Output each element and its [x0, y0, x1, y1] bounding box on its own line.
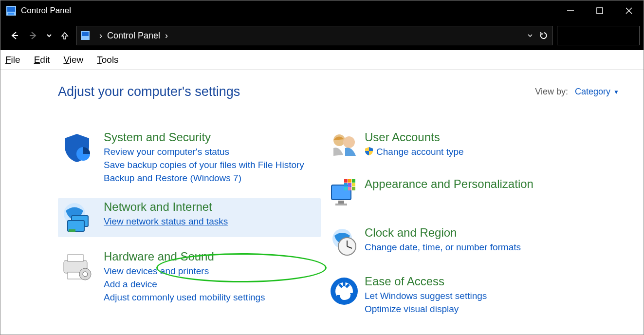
control-panel-icon [6, 6, 16, 16]
window-title: Control Panel [21, 6, 556, 16]
category-link[interactable]: Adjust commonly used mobility settings [104, 292, 318, 303]
svg-rect-1 [7, 7, 15, 12]
category-title[interactable]: Clock and Region [365, 226, 586, 240]
category-link[interactable]: Optimize visual display [365, 304, 586, 315]
svg-point-24 [343, 136, 355, 148]
category-link[interactable]: Change date, time, or number formats [365, 242, 586, 253]
svg-point-22 [83, 272, 88, 277]
close-button[interactable] [614, 0, 644, 21]
network-icon [61, 200, 104, 233]
svg-rect-34 [344, 187, 348, 190]
category-title[interactable]: Network and Internet [104, 200, 318, 214]
category-column-right: User Accounts Change account type [326, 129, 589, 329]
svg-rect-32 [348, 183, 351, 186]
accessibility-icon [329, 275, 365, 315]
svg-rect-35 [348, 187, 351, 190]
category-clock-region: Clock and Region Change date, time, or n… [326, 224, 589, 262]
category-title[interactable]: Appearance and Personalization [365, 177, 586, 191]
category-title[interactable]: Hardware and Sound [104, 250, 318, 263]
svg-rect-30 [352, 179, 355, 183]
category-link[interactable]: Review your computer's status [104, 147, 318, 157]
menu-tools[interactable]: Tools [97, 55, 118, 65]
back-button[interactable] [4, 26, 24, 45]
svg-rect-29 [348, 179, 351, 183]
maximize-button[interactable] [585, 0, 614, 21]
uac-shield-icon [365, 147, 373, 158]
forward-button[interactable] [24, 26, 43, 45]
svg-rect-19 [68, 255, 83, 261]
category-title[interactable]: System and Security [104, 130, 318, 144]
address-history-chevron-icon[interactable] [527, 31, 533, 41]
up-button[interactable] [55, 26, 74, 45]
title-bar: Control Panel [0, 0, 644, 21]
category-link[interactable]: Add a device [104, 279, 318, 290]
users-icon [329, 130, 365, 161]
category-title[interactable]: Ease of Access [365, 275, 586, 288]
printer-icon [61, 250, 104, 303]
search-box[interactable] [557, 26, 640, 45]
recent-locations-button[interactable] [43, 26, 55, 45]
category-link[interactable]: Change account type [365, 147, 586, 158]
category-ease-of-access: Ease of Access Let Windows suggest setti… [326, 273, 589, 318]
address-control-panel-icon [80, 30, 91, 41]
svg-rect-36 [352, 187, 355, 190]
category-hardware-sound: Hardware and Sound View devices and prin… [58, 248, 321, 307]
svg-rect-4 [597, 8, 603, 14]
svg-rect-26 [338, 201, 344, 204]
category-user-accounts: User Accounts Change account type [326, 129, 589, 165]
svg-rect-10 [82, 32, 89, 36]
svg-rect-31 [344, 183, 348, 186]
view-by-label: View by: [535, 87, 568, 97]
menu-file[interactable]: File [5, 55, 20, 65]
address-bar[interactable]: › Control Panel › [76, 26, 553, 45]
clock-icon [329, 226, 365, 258]
menu-edit[interactable]: Edit [34, 55, 50, 65]
content-area: Adjust your computer's settings View by:… [0, 70, 644, 329]
svg-rect-28 [344, 179, 348, 183]
minimize-button[interactable] [556, 0, 585, 21]
menu-view[interactable]: View [63, 55, 83, 65]
navigation-bar: › Control Panel › [0, 21, 644, 50]
page-heading: Adjust your computer's settings [58, 84, 240, 99]
category-system-security: System and Security Review your computer… [58, 129, 321, 187]
category-link[interactable]: Let Windows suggest settings [365, 291, 586, 301]
refresh-button[interactable] [535, 31, 552, 40]
breadcrumb-chevron-icon[interactable]: › [99, 31, 102, 41]
category-network-internet: Network and Internet View network status… [58, 198, 321, 237]
breadcrumb-chevron-icon[interactable]: › [165, 31, 168, 41]
shield-icon [61, 130, 104, 184]
search-input[interactable] [561, 31, 644, 40]
svg-rect-33 [352, 183, 355, 186]
category-column-left: System and Security Review your computer… [58, 129, 321, 329]
category-title[interactable]: User Accounts [365, 130, 586, 144]
category-link-view-network-status[interactable]: View network status and tasks [104, 216, 318, 227]
view-by-dropdown[interactable]: Category ▼ [575, 87, 619, 97]
category-link[interactable]: Save backup copies of your files with Fi… [104, 160, 318, 170]
breadcrumb-location[interactable]: Control Panel [107, 31, 160, 41]
svg-point-23 [333, 134, 345, 146]
svg-rect-17 [69, 229, 75, 232]
category-link[interactable]: Backup and Restore (Windows 7) [104, 173, 318, 184]
menu-bar: File Edit View Tools [0, 50, 644, 70]
caret-down-icon: ▼ [613, 89, 619, 95]
category-link[interactable]: View devices and printers [104, 266, 318, 277]
view-by: View by: Category ▼ [535, 87, 619, 97]
svg-rect-2 [8, 13, 14, 15]
appearance-icon [329, 177, 365, 209]
category-appearance: Appearance and Personalization [326, 175, 589, 213]
svg-rect-27 [335, 204, 347, 205]
